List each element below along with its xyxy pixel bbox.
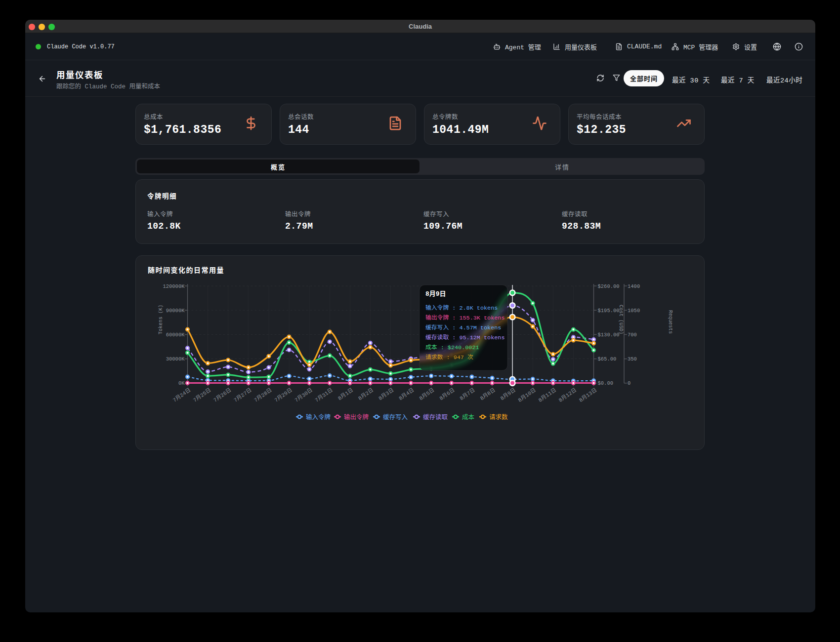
- svg-text:7月26日: 7月26日: [212, 387, 232, 403]
- svg-text:$260.00: $260.00: [598, 283, 620, 289]
- svg-text:8月7日: 8月7日: [459, 387, 476, 402]
- svg-text:$130.00: $130.00: [598, 332, 620, 338]
- svg-text:8月13日: 8月13日: [578, 387, 598, 403]
- svg-text:8月1日: 8月1日: [337, 387, 354, 402]
- svg-text:7月24日: 7月24日: [172, 387, 192, 403]
- svg-text:成本 : $240.0021: 成本 : $240.0021: [425, 344, 479, 351]
- svg-text:8月10日: 8月10日: [517, 387, 537, 403]
- svg-text:350: 350: [628, 356, 637, 362]
- svg-text:1050: 1050: [628, 308, 640, 314]
- svg-text:120000K: 120000K: [163, 283, 185, 289]
- svg-text:700: 700: [628, 332, 637, 338]
- svg-text:缓存写入: 缓存写入: [383, 414, 408, 421]
- svg-text:缓存写入 : 4.57M tokens: 缓存写入 : 4.57M tokens: [425, 324, 501, 331]
- svg-text:90000K: 90000K: [166, 308, 185, 314]
- svg-text:8月12日: 8月12日: [558, 387, 578, 403]
- svg-text:8月11日: 8月11日: [538, 387, 557, 403]
- svg-text:缓存读取: 缓存读取: [423, 414, 448, 421]
- svg-text:成本: 成本: [462, 414, 475, 421]
- svg-text:0K: 0K: [178, 380, 185, 386]
- svg-text:$0.00: $0.00: [598, 380, 614, 386]
- svg-text:输出令牌 : 155.3K tokens: 输出令牌 : 155.3K tokens: [425, 314, 504, 321]
- svg-text:缓存读取 : 95.12M tokens: 缓存读取 : 95.12M tokens: [425, 334, 504, 341]
- svg-text:8月5日: 8月5日: [418, 387, 435, 402]
- svg-text:8月6日: 8月6日: [438, 387, 456, 402]
- svg-text:$195.00: $195.00: [598, 308, 620, 314]
- svg-text:7月30日: 7月30日: [294, 387, 313, 403]
- svg-text:0: 0: [628, 380, 630, 386]
- svg-text:输入令牌 : 2.8K tokens: 输入令牌 : 2.8K tokens: [425, 304, 498, 312]
- svg-text:7月31日: 7月31日: [314, 387, 334, 403]
- svg-text:8月8日: 8月8日: [479, 387, 497, 402]
- svg-text:输出令牌: 输出令牌: [344, 413, 369, 421]
- svg-text:输入令牌: 输入令牌: [306, 413, 331, 421]
- svg-text:8月9日: 8月9日: [500, 387, 517, 402]
- svg-text:7月28日: 7月28日: [253, 387, 273, 403]
- svg-text:8月9日: 8月9日: [425, 290, 446, 298]
- svg-text:8月2日: 8月2日: [357, 387, 375, 402]
- svg-text:$65.00: $65.00: [598, 356, 617, 362]
- svg-text:7月25日: 7月25日: [192, 387, 212, 403]
- svg-text:7月27日: 7月27日: [233, 387, 252, 403]
- svg-text:8月4日: 8月4日: [398, 387, 415, 402]
- svg-text:请求数 : 947 次: 请求数 : 947 次: [425, 354, 473, 361]
- svg-text:30000K: 30000K: [166, 356, 185, 362]
- svg-text:8月3日: 8月3日: [378, 387, 395, 402]
- svg-text:1400: 1400: [628, 283, 640, 289]
- svg-text:60000K: 60000K: [166, 332, 185, 338]
- svg-text:请求数: 请求数: [489, 413, 508, 421]
- svg-text:7月29日: 7月29日: [273, 387, 293, 403]
